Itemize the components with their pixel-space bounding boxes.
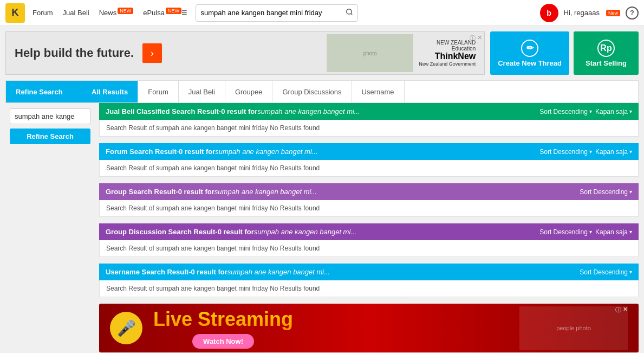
- nav-news[interactable]: NewsNEW: [99, 8, 134, 17]
- ad-brand-govt: New Zealand Government: [419, 61, 476, 67]
- result-controls-1: Sort Descending Kapan saja: [539, 148, 632, 156]
- result-body-1: Search Result of sumpah ane kangen bange…: [99, 160, 639, 177]
- ad-image: photo NEW ZEALAND Education ThinkNew New…: [171, 34, 476, 72]
- result-title-jual-beli: Jual Beli Classified Search Result: [106, 107, 219, 115]
- nav-forum[interactable]: Forum: [32, 9, 53, 17]
- hamburger-button[interactable]: ≡: [181, 7, 187, 18]
- result-query-3: sumpah ane kangen banget mi...: [254, 228, 356, 236]
- result-title-group-disc: Group Discussion Search Result: [106, 228, 215, 236]
- ad-brand-thinknew: ThinkNew: [435, 52, 476, 61]
- result-header-forum: Forum Search Result - 0 result for sumpa…: [99, 143, 639, 160]
- bottom-ad-close-button[interactable]: ✕: [623, 306, 628, 313]
- sort-button-0[interactable]: Sort Descending: [539, 108, 592, 115]
- result-count-1: 0 result for: [179, 147, 215, 156]
- result-query-1: sumpah ane kangen banget mi...: [215, 147, 317, 156]
- ad-info-icon: ⓘ: [470, 34, 476, 42]
- refine-tab[interactable]: Refine Search: [6, 81, 82, 102]
- result-body-4: Search Result of sumpah ane kangen bange…: [99, 280, 639, 297]
- user-greeting: Hi, regaaas: [564, 9, 600, 17]
- result-username: Username Search Result - 0 result for su…: [99, 264, 639, 297]
- result-jual-beli: Jual Beli Classified Search Result - 0 r…: [99, 103, 639, 137]
- nav-links: Forum Jual Beli NewsNEW ePulsaNEW: [32, 8, 181, 17]
- result-controls-3: Sort Descending Kapan saja: [539, 228, 632, 236]
- result-count-2: 0 result for: [178, 188, 214, 196]
- tab-username[interactable]: Username: [352, 81, 405, 102]
- live-streaming-title: Live Streaming: [153, 308, 293, 331]
- new-badge-news: NEW: [118, 8, 133, 14]
- beats-icon: b: [540, 4, 558, 22]
- help-button[interactable]: ?: [626, 7, 639, 20]
- action-buttons: ✏ Create New Thread Rp Start Selling: [490, 31, 639, 75]
- bottom-ad-banner: 🎤 Live Streaming Watch Now! people photo…: [99, 304, 639, 352]
- tab-forum[interactable]: Forum: [138, 81, 179, 102]
- result-group: Group Search Result - 0 result for sumpa…: [99, 183, 639, 217]
- new-badge-user: New: [606, 10, 620, 16]
- new-badge-epulsa: NEW: [166, 8, 181, 14]
- kapan-button-0[interactable]: Kapan saja: [595, 108, 632, 115]
- sidebar-refine-button[interactable]: Refine Search: [10, 129, 90, 144]
- bottom-ad-right: people photo: [519, 306, 628, 350]
- tabs-row: Refine Search All Results Forum Jual Bel…: [5, 80, 639, 103]
- result-body-0: Search Result of sumpah ane kangen bange…: [99, 120, 639, 137]
- svg-line-1: [351, 14, 353, 15]
- tab-groupee[interactable]: Groupee: [225, 81, 273, 102]
- create-thread-label: Create New Thread: [498, 59, 562, 67]
- svg-point-0: [347, 9, 352, 14]
- result-title-forum: Forum Search Result: [106, 147, 177, 156]
- mic-icon: 🎤: [110, 312, 142, 344]
- result-title-group: Group Search Result: [106, 188, 175, 196]
- result-query-0: sumpah ane kangen banget mi...: [257, 107, 360, 115]
- result-controls-0: Sort Descending Kapan saja: [539, 108, 632, 115]
- kapan-button-1[interactable]: Kapan saja: [595, 148, 632, 156]
- result-count-4: 0 result for: [191, 268, 227, 276]
- bottom-ad-people-image: people photo: [519, 306, 628, 350]
- selling-icon: Rp: [597, 40, 615, 57]
- bottom-ad-info-icon: ⓘ: [615, 306, 621, 314]
- result-header-group-discussion: Group Discussion Search Result - 0 resul…: [99, 223, 639, 240]
- result-controls-2: Sort Descending: [580, 188, 632, 196]
- ad-banner: Help build the future. › photo NEW ZEALA…: [5, 31, 485, 75]
- sort-button-3[interactable]: Sort Descending: [539, 228, 592, 236]
- sidebar-search-input[interactable]: [10, 108, 90, 124]
- main-content: Refine Search All Results Forum Jual Bel…: [0, 80, 644, 353]
- sidebar: Refine Search: [5, 103, 95, 352]
- kapan-button-3[interactable]: Kapan saja: [595, 228, 632, 236]
- start-selling-label: Start Selling: [586, 59, 627, 67]
- create-thread-icon: ✏: [521, 40, 538, 57]
- watch-now-button[interactable]: Watch Now!: [192, 334, 254, 349]
- banner-area: Help build the future. › photo NEW ZEALA…: [0, 26, 644, 80]
- search-button[interactable]: [341, 8, 357, 17]
- tab-group-discussions[interactable]: Group Discussions: [272, 81, 352, 102]
- sort-button-4[interactable]: Sort Descending: [580, 268, 632, 276]
- result-query-2: sumpah ane kangen banget mi...: [214, 188, 317, 196]
- start-selling-button[interactable]: Rp Start Selling: [574, 31, 639, 75]
- search-input[interactable]: [196, 9, 341, 17]
- bottom-ad-content: 🎤 Live Streaming Watch Now! people photo: [99, 306, 639, 350]
- nav-epulsa[interactable]: ePulsaNEW: [143, 8, 181, 17]
- result-query-4: sumpah ane kangen banget mi...: [227, 268, 330, 276]
- result-body-3: Search Result of sumpah ane kangen bange…: [99, 240, 639, 257]
- tab-jual-beli[interactable]: Jual Beli: [179, 81, 225, 102]
- live-text-col: Live Streaming Watch Now!: [153, 308, 293, 349]
- nav-jual-beli[interactable]: Jual Beli: [63, 9, 89, 17]
- ad-text: Help build the future.: [15, 46, 134, 60]
- header-search-box: [196, 4, 358, 22]
- ad-close-button[interactable]: ✕: [477, 34, 482, 41]
- create-thread-button[interactable]: ✏ Create New Thread: [490, 31, 569, 75]
- header: K Forum Jual Beli NewsNEW ePulsaNEW ≡ b …: [0, 0, 644, 26]
- ad-arrow-button[interactable]: ›: [142, 43, 162, 63]
- result-title-username: Username Search Result: [106, 268, 188, 276]
- logo[interactable]: K: [5, 3, 25, 23]
- result-controls-4: Sort Descending: [580, 268, 632, 276]
- sort-button-1[interactable]: Sort Descending: [539, 148, 592, 156]
- results-area: Jual Beli Classified Search Result - 0 r…: [95, 103, 639, 352]
- result-group-discussion: Group Discussion Search Result - 0 resul…: [99, 223, 639, 257]
- sort-button-2[interactable]: Sort Descending: [580, 188, 632, 196]
- result-header-jual-beli: Jual Beli Classified Search Result - 0 r…: [99, 103, 639, 120]
- tab-all-results[interactable]: All Results: [82, 81, 138, 102]
- ad-brand-edu: Education: [452, 46, 476, 52]
- result-header-group: Group Search Result - 0 result for sumpa…: [99, 183, 639, 200]
- result-count-3: 0 result for: [218, 228, 254, 236]
- content-area: Refine Search Jual Beli Classified Searc…: [5, 103, 639, 352]
- result-header-username: Username Search Result - 0 result for su…: [99, 264, 639, 280]
